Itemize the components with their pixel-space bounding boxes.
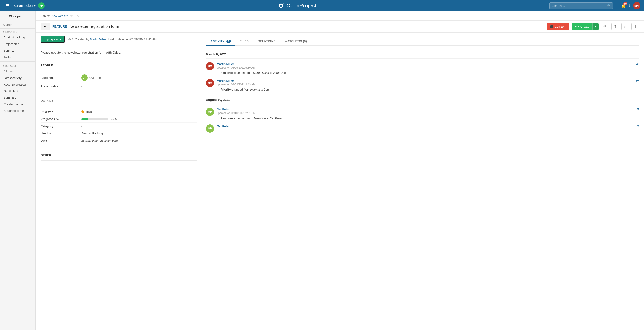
people-divider xyxy=(40,71,196,71)
project-dropdown-icon: ▾ xyxy=(34,4,36,7)
breadcrumb-link[interactable]: New website xyxy=(52,14,68,18)
logo-icon xyxy=(278,2,285,9)
search-input[interactable] xyxy=(549,2,613,9)
plus-icon: + xyxy=(575,25,576,28)
sidebar-item-latest-activity[interactable]: Latest activity xyxy=(0,75,35,81)
activity-date-1: March 9, 2021 xyxy=(206,50,640,59)
sidebar-item-product-backlog[interactable]: Product backlog xyxy=(0,34,35,41)
logo-text: OpenProject xyxy=(286,3,316,8)
sidebar-item-assigned-to-me[interactable]: Assigned to me xyxy=(0,107,35,114)
activity-num-4: #4 xyxy=(636,79,640,82)
sidebar: ← Work pa... 🔍 ▾ FAVORITE Product backlo… xyxy=(0,11,35,330)
assignee-avatar: OP xyxy=(81,74,88,81)
breadcrumb-close-button[interactable]: ✕ xyxy=(76,13,80,18)
details-section: DETAILS Priority * High Progress (%) xyxy=(36,95,201,149)
activity-num-5: #5 xyxy=(636,108,640,111)
activity-item-3: MM Martin Miller updated on 03/09/2021 9… xyxy=(206,62,640,74)
create-dropdown-button[interactable]: ▾ xyxy=(592,23,599,30)
progress-bar-wrap: 25% xyxy=(81,117,116,121)
activity-item-5: OP Ovi Peter updated on 08/10/2021 2:51 … xyxy=(206,108,640,120)
assignee-row: Assignee OP Ovi Peter xyxy=(40,73,196,83)
time-log-button[interactable]: ⬛ 01h 19m xyxy=(547,23,570,30)
help-button[interactable]: ? xyxy=(628,3,630,8)
priority-label: Priority * xyxy=(40,110,81,113)
search-wrap: 🔍 xyxy=(549,2,613,9)
sidebar-title: Work pa... xyxy=(9,14,23,18)
activity-date-2: August 10, 2021 xyxy=(206,96,640,104)
work-title: Newsletter registration form xyxy=(69,24,544,29)
right-panel: ACTIVITY 2 FILES RELATIONS WATCHERS (3) xyxy=(201,32,644,330)
progress-value: 25% xyxy=(81,117,196,121)
share-icon: ⇈ xyxy=(614,25,616,28)
date-text: no start date - no finish date xyxy=(81,139,118,142)
sidebar-item-all-open[interactable]: All open xyxy=(0,68,35,75)
activity-time-3: updated on 03/09/2021 9:30 AM xyxy=(217,66,256,69)
activity-author-5: Ovi Peter xyxy=(217,108,256,111)
activity-avatar-op1: OP xyxy=(206,108,214,116)
progress-label: Progress (%) xyxy=(40,117,81,121)
time-icon: ⬛ xyxy=(550,25,554,28)
grid-button[interactable]: ⊞ xyxy=(616,3,618,8)
category-label: Category xyxy=(40,124,81,128)
tab-activity[interactable]: ACTIVITY 2 xyxy=(206,37,235,46)
activity-body-4: Martin Miller updated on 03/09/2021 9:43… xyxy=(217,79,640,91)
activity-header-5: Ovi Peter updated on 08/10/2021 2:51 PM … xyxy=(217,108,640,115)
nav-icons: ⊞ 🔔 59 ? MM xyxy=(616,2,640,9)
tab-relations[interactable]: RELATIONS xyxy=(253,37,280,46)
work-content: In progress ▾ #22: Created by Martin Mil… xyxy=(36,32,644,330)
toolbar: ← FEATURE Newsletter registration form ⬛… xyxy=(36,20,644,32)
priority-dot xyxy=(81,110,84,113)
add-button[interactable]: + xyxy=(38,2,44,9)
assignee-name: Ovi Peter xyxy=(90,76,102,79)
progress-text: 25% xyxy=(111,117,116,121)
main-layout: ← Work pa... 🔍 ▾ FAVORITE Product backlo… xyxy=(0,11,644,330)
sidebar-item-gantt-chart[interactable]: Gantt chart xyxy=(0,88,35,94)
assignee-value: OP Ovi Peter xyxy=(81,74,196,81)
activity-header-6: Ovi Peter #6 xyxy=(217,124,640,128)
status-info: #22: Created by Martin Miller . Last upd… xyxy=(68,37,158,41)
sidebar-item-project-plan[interactable]: Project plan xyxy=(0,41,35,47)
activity-header-4: Martin Miller updated on 03/09/2021 9:43… xyxy=(217,79,640,86)
activity-time-4: updated on 03/09/2021 9:43 AM xyxy=(217,83,256,86)
status-badge[interactable]: In progress ▾ xyxy=(40,36,64,43)
tab-watchers[interactable]: WATCHERS (3) xyxy=(280,37,312,46)
date-row: Date no start date - no finish date xyxy=(40,137,196,144)
activity-time-5: updated on 08/10/2021 2:51 PM xyxy=(217,112,256,115)
more-options-button[interactable]: ⋮ xyxy=(631,23,640,30)
activity-author-3: Martin Miller xyxy=(217,62,256,66)
notifications-button[interactable]: 🔔 59 xyxy=(621,3,626,8)
activity-change-3: Assignee changed from Martin Miller to J… xyxy=(217,71,640,74)
watch-button[interactable]: 👁 xyxy=(601,23,609,30)
sidebar-item-summary[interactable]: Summary xyxy=(0,94,35,101)
sidebar-item-tasks[interactable]: Tasks xyxy=(0,54,35,60)
activity-author-6: Ovi Peter xyxy=(217,124,230,128)
share-button[interactable]: ⇈ xyxy=(612,23,619,30)
sidebar-back-button[interactable]: ← xyxy=(4,14,7,18)
category-row: Category - xyxy=(40,123,196,130)
activity-content: March 9, 2021 MM Martin Miller updated o… xyxy=(206,50,640,133)
logo-area: OpenProject xyxy=(47,2,547,9)
date-value: no start date - no finish date xyxy=(81,139,196,142)
sidebar-search-input[interactable] xyxy=(3,23,35,26)
sidebar-item-sprint-1[interactable]: Sprint 1 xyxy=(0,47,35,54)
search-icon: 🔍 xyxy=(607,4,611,7)
description: Please update the newsletter registratio… xyxy=(36,46,201,59)
chevron-down-icon-2: ▾ xyxy=(3,64,4,67)
hamburger-button[interactable]: ☰ xyxy=(4,2,11,9)
back-button[interactable]: ← xyxy=(40,23,50,30)
tab-files[interactable]: FILES xyxy=(235,37,253,46)
sidebar-item-recently-created[interactable]: Recently created xyxy=(0,81,35,88)
sidebar-item-created-by-me[interactable]: Created by me xyxy=(0,101,35,107)
status-creator-link[interactable]: Martin Miller xyxy=(90,37,106,41)
assignee-label: Assignee xyxy=(40,76,81,79)
project-selector[interactable]: Scrum project ▾ xyxy=(14,4,36,7)
sidebar-section-default: ▾ DEFAULT xyxy=(0,62,35,68)
create-button[interactable]: + + Create xyxy=(572,23,592,30)
breadcrumb-edit-button[interactable]: ✏ xyxy=(70,13,74,18)
activity-change-4: Priority changed from Normal to Low xyxy=(217,88,640,91)
more-icon: ⋮ xyxy=(634,25,637,28)
fullscreen-button[interactable]: ⤢ xyxy=(621,23,629,30)
breadcrumb-parent-label: Parent: xyxy=(40,14,50,18)
user-avatar[interactable]: MM xyxy=(633,2,640,9)
version-row: Version Product Backlog xyxy=(40,130,196,137)
